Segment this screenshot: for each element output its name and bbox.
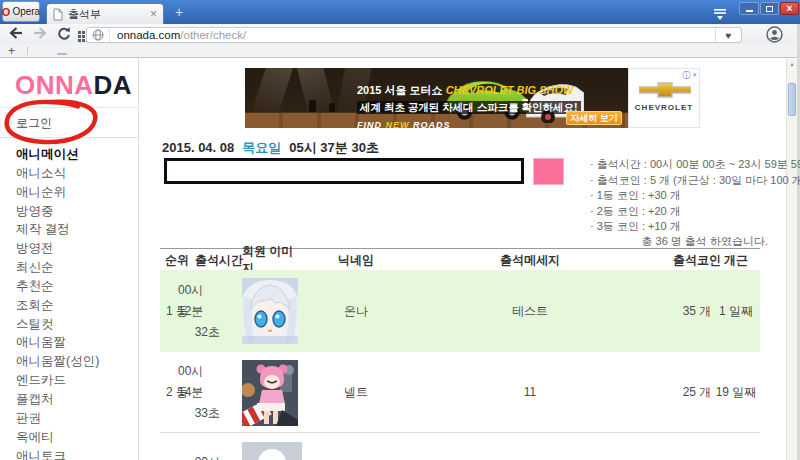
- new-tab-button[interactable]: +: [171, 4, 187, 20]
- forward-button[interactable]: [32, 26, 48, 44]
- date-line: 2015. 04. 08목요일05시 37분 30초: [162, 139, 379, 157]
- time-text: 05시 37분 30초: [289, 140, 379, 155]
- chevrolet-bowtie-icon: [639, 81, 691, 99]
- table-row: 1 등 00시 12분 32초 온나 테스트 35 개 1 일째: [160, 270, 760, 352]
- sidebar-item-upcoming[interactable]: 방영전: [16, 239, 99, 258]
- rule-line: · 3등 코인 : +10 개: [590, 219, 800, 235]
- header-nickname: 닉네임: [310, 249, 402, 271]
- weekday-text: 목요일: [242, 140, 281, 155]
- rule-line: · 출석코인 : 5 개 (개근상 : 30일 마다 100 개): [590, 173, 800, 189]
- header-streak: 개근: [712, 249, 760, 271]
- reload-button[interactable]: [56, 26, 71, 45]
- ad-copy: 2015 서울 모터쇼 CHEVROLET BIG SHOW 세계 최초 공개된…: [357, 83, 581, 128]
- sidebar-item-stillcut[interactable]: 스틸컷: [16, 315, 99, 334]
- ad-tagline: ROADS: [413, 120, 451, 128]
- member-avatar[interactable]: [242, 360, 298, 426]
- ad-brand-panel: ⓘ × CHEVROLET: [628, 68, 700, 128]
- minimize-button[interactable]: [739, 2, 759, 15]
- time-cell: 00시 12분 32초: [178, 270, 220, 352]
- maximize-icon: [766, 6, 773, 12]
- scrollbar[interactable]: ▲: [786, 59, 797, 460]
- sidebar-item-most-viewed[interactable]: 조회순: [16, 296, 99, 315]
- member-avatar[interactable]: [242, 278, 298, 344]
- streak-cell: 1 일째: [712, 270, 760, 352]
- opera-logo-icon: O: [2, 6, 11, 18]
- message-cell: 11: [402, 352, 658, 432]
- ad-close-icon[interactable]: ×: [692, 70, 697, 81]
- bookmark-placeholder: [57, 53, 67, 55]
- time-hm: 00시 14분: [178, 361, 220, 403]
- header-rank: 순위: [160, 249, 194, 271]
- ad-banner-art: 2015 서울 모터쇼 CHEVROLET BIG SHOW 세계 최초 공개된…: [245, 68, 628, 128]
- sidebar-item-recommended[interactable]: 추천순: [16, 277, 99, 296]
- back-button[interactable]: [8, 26, 24, 44]
- ad-kicker: 2015 서울 모터쇼: [357, 84, 443, 96]
- time-hm: 00시 12분: [178, 280, 220, 322]
- time-s: 32초: [195, 322, 220, 343]
- bookmarks-bar: [0, 44, 800, 58]
- streak-cell: 19 일째: [712, 352, 760, 432]
- total-attendance-note: 총 36 명 출석 하였습니다.: [500, 234, 768, 249]
- attendance-rules: · 출석시간 : 00시 00분 00초 ~ 23시 59분 59초 · 출석코…: [590, 157, 800, 235]
- address-bar[interactable]: onnada.com /other/check/ ♥: [86, 27, 742, 43]
- bookmark-heart-button[interactable]: ♥: [715, 28, 741, 42]
- opera-menu-label: Opera: [12, 6, 40, 17]
- sidebar-item-bloopers[interactable]: 옥에티: [16, 428, 99, 447]
- page-icon: [53, 8, 63, 21]
- sidebar-item-airing[interactable]: 방영중: [16, 202, 99, 221]
- site-badge[interactable]: [87, 28, 110, 42]
- url-path: /other/check/: [180, 29, 246, 41]
- sidebar-item-endcard[interactable]: 엔드카드: [16, 371, 99, 390]
- time-s: 33초: [195, 403, 220, 424]
- date-text: 2015. 04. 08: [162, 140, 234, 155]
- avatar-head-shape: [258, 449, 286, 460]
- nickname-cell[interactable]: 넬트: [310, 352, 402, 432]
- ad-tagline-accent: NEW: [386, 120, 410, 128]
- tab-title: 출석부: [68, 7, 145, 22]
- tab-close-icon[interactable]: ×: [150, 9, 157, 19]
- ad-subline: 세계 최초 공개된 차세대 스파크를 확인하세요!: [357, 101, 581, 114]
- opera-menu-button[interactable]: O Opera: [2, 1, 40, 22]
- sidebar-item-production[interactable]: 제작 결정: [16, 220, 99, 239]
- time-cell: 00시 14분 33초: [178, 352, 220, 432]
- title-bar: O Opera 출석부 × + ×: [0, 0, 800, 24]
- ad-banner[interactable]: 2015 서울 모터쇼 CHEVROLET BIG SHOW 세계 최초 공개된…: [245, 68, 700, 128]
- close-window-button[interactable]: ×: [780, 2, 799, 15]
- sidebar-item-anitalk[interactable]: 애니토크: [16, 447, 99, 460]
- sidebar: ONNADA 로그인 애니메이션 애니소식 애니순위 방영중 제작 결정 방영전…: [0, 58, 139, 460]
- chevrolet-wordmark: CHEVROLET: [629, 103, 699, 112]
- add-bookmark-button[interactable]: +: [8, 45, 15, 57]
- close-icon: ×: [787, 3, 793, 14]
- header-time: 출석시간: [191, 249, 247, 271]
- time-hm: 00시 15분: [178, 452, 220, 460]
- ad-cta-button[interactable]: 자세히 보기: [566, 111, 622, 125]
- tab-attendance[interactable]: 출석부 ×: [46, 3, 164, 24]
- header-message: 출석메세지: [402, 249, 658, 271]
- sidebar-item-ani-gif[interactable]: 애니움짤: [16, 333, 99, 352]
- rule-line: · 2등 코인 : +20 개: [590, 204, 800, 220]
- tab-menu-icon[interactable]: [712, 6, 728, 24]
- maximize-button[interactable]: [760, 2, 779, 15]
- minimize-icon: [746, 10, 753, 12]
- ad-tagline: FIND: [357, 120, 382, 128]
- adchoices-icon[interactable]: ⓘ: [682, 70, 690, 81]
- nickname-cell[interactable]: 온나: [310, 270, 402, 352]
- globe-icon: [92, 29, 104, 41]
- sidebar-item-license[interactable]: 판권: [16, 409, 99, 428]
- attendance-message-input[interactable]: [164, 158, 524, 184]
- attendance-table-header: 순위 출석시간 회원 이미지 닉네임 출석메세지 출석코인 개근: [160, 248, 760, 270]
- heart-icon: ♥: [726, 30, 732, 41]
- table-row: 2 등 00시 14분 33초 넬트: [160, 352, 760, 433]
- sidebar-item-ani-rank[interactable]: 애니순위: [16, 183, 99, 202]
- sidebar-item-ani-news[interactable]: 애니소식: [16, 164, 99, 183]
- sidebar-item-ani-gif-adult[interactable]: 애니움짤(성인): [16, 352, 99, 371]
- red-circle-annotation: [0, 95, 102, 149]
- scroll-up-icon[interactable]: ▲: [787, 61, 797, 67]
- ad-headline: CHEVROLET BIG SHOW: [446, 84, 574, 96]
- sidebar-item-animation[interactable]: 애니메이션: [16, 145, 99, 164]
- sidebar-item-newest[interactable]: 최신순: [16, 258, 99, 277]
- message-cell: 테스트: [402, 270, 658, 352]
- sidebar-item-fullcapture[interactable]: 풀캡처: [16, 390, 99, 409]
- attendance-submit-button[interactable]: [533, 158, 564, 185]
- scrollbar-thumb[interactable]: [788, 83, 796, 116]
